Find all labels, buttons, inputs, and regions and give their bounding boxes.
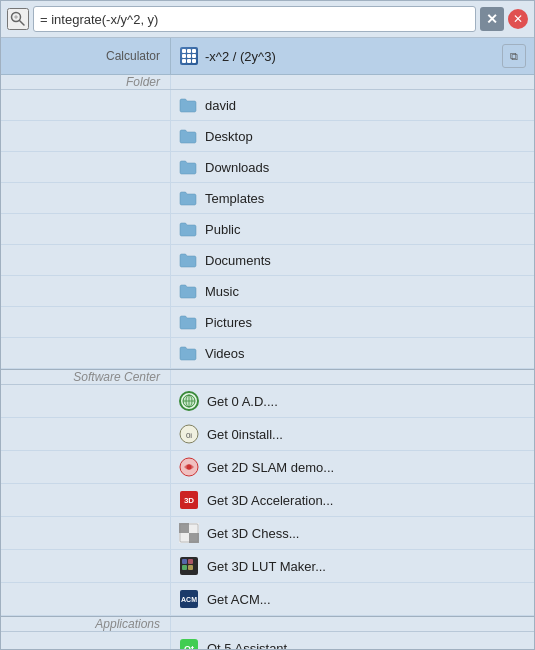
folder-item-david[interactable]: david <box>1 90 534 121</box>
folder-item-public[interactable]: Public <box>1 214 534 245</box>
sc-item-label: Get 3D Acceleration... <box>207 493 333 508</box>
folder-item-label: Desktop <box>205 129 253 144</box>
svg-rect-16 <box>179 533 189 543</box>
sc-item-0install[interactable]: 0i Get 0install... <box>1 418 534 451</box>
3dlut-icon <box>179 556 199 576</box>
search-input[interactable]: = integrate(-x/y^2, y) <box>33 6 476 32</box>
svg-rect-14 <box>179 523 189 533</box>
sc-item-0ad[interactable]: Get 0 A.D.... <box>1 385 534 418</box>
folder-icon-documents <box>179 251 197 269</box>
folder-item-music[interactable]: Music <box>1 276 534 307</box>
folder-item-label: Public <box>205 222 240 237</box>
3dchess-icon <box>179 523 199 543</box>
folder-icon-public <box>179 220 197 238</box>
sc-item-label: Get 3D Chess... <box>207 526 299 541</box>
svg-text:Qt: Qt <box>184 644 194 649</box>
sc-item-acm[interactable]: ACM Get ACM... <box>1 583 534 616</box>
applications-label: Applications <box>95 617 160 631</box>
2dslam-icon <box>179 457 199 477</box>
svg-rect-17 <box>189 533 199 543</box>
0install-icon: 0i <box>179 424 199 444</box>
folder-item-templates[interactable]: Templates <box>1 183 534 214</box>
calculator-label: Calculator <box>1 38 171 74</box>
0ad-icon <box>179 391 199 411</box>
sc-item-3daccel[interactable]: 3D Get 3D Acceleration... <box>1 484 534 517</box>
calculator-result-content: -x^2 / (2y^3) ⧉ <box>171 38 534 74</box>
folder-item-label: Videos <box>205 346 245 361</box>
qt-assistant-icon: Qt <box>179 638 199 649</box>
sc-item-label: Get 0 A.D.... <box>207 394 278 409</box>
folder-item-label: david <box>205 98 236 113</box>
software-center-header-row: Software Center <box>1 369 534 385</box>
folder-icon-pictures <box>179 313 197 331</box>
folder-item-downloads[interactable]: Downloads <box>1 152 534 183</box>
folder-icon-music <box>179 282 197 300</box>
results-area: Calculator -x^2 / (2y^3) ⧉ <box>1 38 534 649</box>
svg-text:ACM: ACM <box>181 596 197 603</box>
close-button[interactable]: ✕ <box>508 9 528 29</box>
svg-rect-22 <box>182 565 187 570</box>
folder-label: Folder <box>126 75 160 89</box>
folder-icon-videos <box>179 344 197 362</box>
folder-item-desktop[interactable]: Desktop <box>1 121 534 152</box>
clear-button[interactable]: ✕ <box>480 7 504 31</box>
main-window: = integrate(-x/y^2, y) ✕ ✕ Calculator <box>0 0 535 650</box>
svg-text:0i: 0i <box>186 431 192 440</box>
folder-icon-templates <box>179 189 197 207</box>
search-icon-button[interactable] <box>7 8 29 30</box>
calculator-result-row[interactable]: Calculator -x^2 / (2y^3) ⧉ <box>1 38 534 75</box>
app-item-label: Qt 5 Assistant <box>207 641 287 650</box>
folder-icon-david <box>179 96 197 114</box>
sc-item-2dslam[interactable]: Get 2D SLAM demo... <box>1 451 534 484</box>
svg-line-1 <box>20 21 25 26</box>
folder-section: Folder david <box>1 75 534 369</box>
sc-item-label: Get 3D LUT Maker... <box>207 559 326 574</box>
copy-button[interactable]: ⧉ <box>502 44 526 68</box>
software-center-label: Software Center <box>73 370 160 384</box>
folder-icon-desktop <box>179 127 197 145</box>
sc-item-label: Get 0install... <box>207 427 283 442</box>
folder-item-label: Templates <box>205 191 264 206</box>
software-center-section: Software Center <box>1 369 534 616</box>
sc-item-label: Get ACM... <box>207 592 271 607</box>
3daccel-icon: 3D <box>179 490 199 510</box>
svg-point-11 <box>187 465 192 470</box>
svg-text:3D: 3D <box>184 496 194 505</box>
acm-icon: ACM <box>179 589 199 609</box>
calculator-icon <box>179 46 199 66</box>
sc-item-3dchess[interactable]: Get 3D Chess... <box>1 517 534 550</box>
search-bar: = integrate(-x/y^2, y) ✕ ✕ <box>1 1 534 38</box>
sc-item-label: Get 2D SLAM demo... <box>207 460 334 475</box>
svg-rect-20 <box>182 559 187 564</box>
folder-section-header-row: Folder <box>1 75 534 90</box>
folder-icon-downloads <box>179 158 197 176</box>
folder-item-documents[interactable]: Documents <box>1 245 534 276</box>
applications-section: Applications Qt Qt 5 Assistant <box>1 616 534 649</box>
svg-rect-15 <box>189 523 199 533</box>
folder-item-pictures[interactable]: Pictures <box>1 307 534 338</box>
sc-item-3dlut[interactable]: Get 3D LUT Maker... <box>1 550 534 583</box>
svg-rect-21 <box>188 559 193 564</box>
folder-item-videos[interactable]: Videos <box>1 338 534 369</box>
calculator-result-text: -x^2 / (2y^3) <box>205 49 496 64</box>
folder-item-label: Downloads <box>205 160 269 175</box>
folder-item-label: Documents <box>205 253 271 268</box>
applications-header-row: Applications <box>1 616 534 632</box>
app-item-qt5assistant[interactable]: Qt Qt 5 Assistant <box>1 632 534 649</box>
svg-rect-23 <box>188 565 193 570</box>
folder-item-label: Pictures <box>205 315 252 330</box>
folder-item-label: Music <box>205 284 239 299</box>
